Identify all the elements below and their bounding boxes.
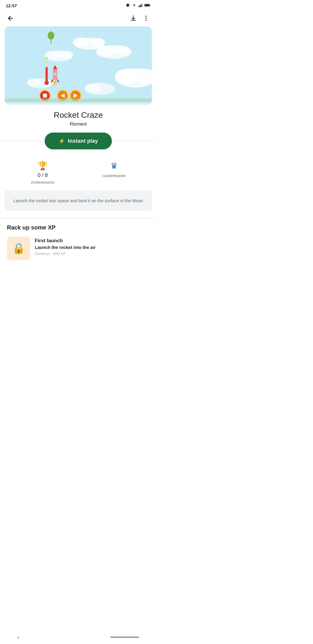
trophy-icon: 🏆: [38, 161, 48, 171]
svg-point-11: [145, 18, 147, 19]
app-info: Rocket Craze Rixment: [0, 105, 156, 127]
svg-rect-3: [138, 6, 139, 7]
xp-section: Rack up some XP 🔒 First launch Launch th…: [0, 224, 156, 266]
svg-rect-8: [150, 5, 150, 6]
leaderboards-label: Leaderboards: [102, 173, 125, 178]
app-title: Rocket Craze: [7, 111, 150, 120]
svg-point-19: [114, 46, 130, 55]
svg-rect-2: [129, 4, 130, 6]
lightning-icon: ⚡: [59, 138, 65, 144]
svg-point-43: [54, 82, 56, 86]
description-text: Launch the rocket into space and land it…: [10, 197, 146, 204]
svg-rect-46: [43, 94, 47, 97]
achievement-name: First launch: [35, 238, 150, 244]
achievements-label: Achievements: [31, 180, 55, 184]
crown-icon: ♛: [110, 161, 118, 171]
achievements-count: 0 / 8: [38, 172, 48, 178]
svg-rect-1: [126, 4, 126, 6]
svg-point-29: [85, 84, 101, 92]
achievement-meta: Common · 500 XP: [35, 252, 150, 256]
xp-title: Rack up some XP: [7, 224, 150, 231]
nav-bar: [0, 10, 156, 26]
achievement-item[interactable]: 🔒 First launch Launch the rocket into th…: [7, 237, 150, 260]
back-button[interactable]: [5, 12, 16, 24]
stats-row: 🏆 0 / 8 Achievements ♛ Leaderboards: [0, 156, 156, 190]
achievement-description: Launch the rocket into the air: [35, 245, 150, 250]
instant-play-button[interactable]: ⚡ Instant play: [45, 133, 112, 149]
more-button[interactable]: [140, 12, 152, 24]
nav-actions: [128, 12, 152, 24]
svg-point-16: [90, 38, 105, 47]
svg-point-10: [145, 16, 147, 17]
app-developer: Rixment: [7, 122, 150, 127]
achievements-stat[interactable]: 🏆 0 / 8 Achievements: [31, 161, 55, 184]
game-screenshot: [5, 26, 152, 105]
svg-point-27: [27, 79, 41, 86]
svg-point-18: [97, 46, 114, 57]
svg-point-22: [59, 51, 73, 59]
svg-point-12: [145, 20, 147, 21]
achievement-info: First launch Launch the rocket into the …: [35, 237, 150, 256]
status-bar: 12:57: [0, 0, 156, 10]
instant-play-label: Instant play: [68, 138, 98, 144]
action-section: ⚡ Instant play: [0, 133, 156, 156]
svg-rect-9: [145, 4, 149, 6]
svg-rect-6: [142, 3, 143, 7]
svg-point-41: [54, 73, 56, 75]
signal-icon: [138, 3, 143, 8]
wifi-icon: [132, 3, 137, 8]
battery-icon: [144, 3, 151, 8]
vibrate-icon: [125, 3, 130, 8]
svg-rect-4: [139, 5, 140, 7]
svg-point-34: [44, 81, 49, 85]
svg-rect-33: [46, 67, 48, 82]
status-icons: [125, 3, 151, 8]
svg-rect-5: [141, 4, 141, 7]
svg-rect-0: [127, 4, 129, 7]
svg-point-30: [48, 31, 54, 39]
game-scene: [5, 26, 152, 105]
download-button[interactable]: [128, 12, 139, 24]
status-time: 12:57: [6, 3, 17, 8]
svg-point-15: [73, 37, 89, 47]
description-box: Launch the rocket into space and land it…: [5, 190, 152, 211]
lock-icon: 🔒: [12, 242, 25, 254]
leaderboards-stat[interactable]: ♛ Leaderboards: [102, 161, 125, 178]
svg-rect-53: [5, 98, 152, 102]
achievement-icon-box: 🔒: [7, 237, 30, 260]
section-divider: [0, 218, 156, 218]
